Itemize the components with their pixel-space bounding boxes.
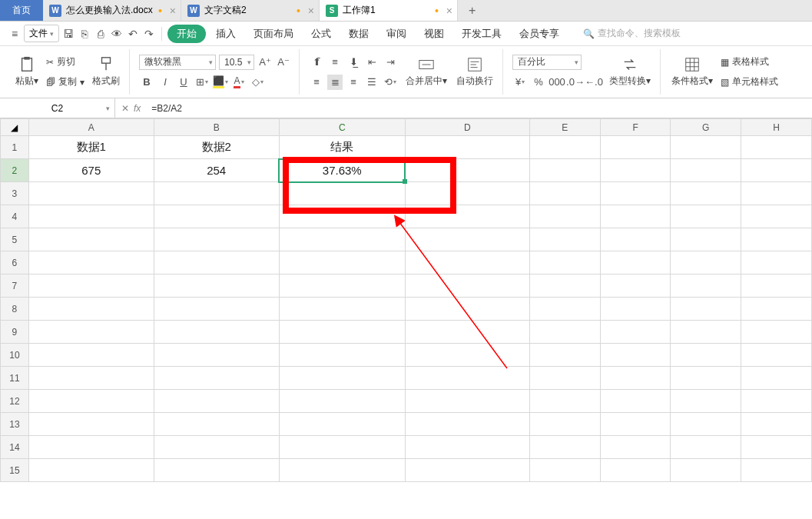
- cut-button[interactable]: ✂剪切: [46, 54, 85, 71]
- paste-button[interactable]: 粘贴▾: [11, 49, 43, 95]
- print-icon[interactable]: ⎙: [94, 27, 108, 41]
- orientation-button[interactable]: ⟲: [383, 75, 398, 90]
- save-icon[interactable]: 🖫: [61, 27, 75, 41]
- currency-button[interactable]: ¥: [512, 75, 528, 90]
- col-F[interactable]: F: [600, 119, 671, 136]
- cell-B1[interactable]: 数据2: [154, 136, 279, 159]
- align-center-button[interactable]: ≣: [327, 75, 343, 90]
- merge-center-button[interactable]: 合并居中▾: [401, 49, 452, 95]
- menu-member[interactable]: 会员专享: [512, 24, 567, 44]
- cancel-formula-icon[interactable]: ✕: [121, 103, 129, 114]
- cell-H1[interactable]: [741, 136, 812, 159]
- font-select[interactable]: 微软雅黑: [139, 55, 216, 70]
- menu-view[interactable]: 视图: [416, 24, 452, 44]
- col-B[interactable]: B: [154, 119, 279, 136]
- menu-review[interactable]: 审阅: [379, 24, 414, 44]
- underline-button[interactable]: U: [176, 75, 191, 90]
- copy-button[interactable]: 🗐复制▾: [46, 74, 85, 91]
- row-3[interactable]: 3: [1, 182, 29, 205]
- align-top-button[interactable]: ⬆̄: [309, 55, 324, 70]
- cell-D2[interactable]: [405, 159, 529, 182]
- comma-button[interactable]: 000: [549, 75, 565, 90]
- cell-B2[interactable]: 254: [154, 159, 279, 182]
- row-4[interactable]: 4: [1, 205, 29, 228]
- cell-A1[interactable]: 数据1: [28, 136, 154, 159]
- font-grow-button[interactable]: A⁺: [257, 55, 273, 70]
- align-middle-button[interactable]: ≡: [327, 55, 343, 70]
- row-8[interactable]: 8: [1, 298, 29, 321]
- cell-H2[interactable]: [741, 159, 812, 182]
- cell-F1[interactable]: [600, 136, 671, 159]
- tab-doc3-active[interactable]: S 工作簿1 • ×: [320, 0, 458, 21]
- font-size-select[interactable]: 10.5: [219, 55, 254, 70]
- border-button[interactable]: ⊞: [194, 75, 210, 90]
- close-icon[interactable]: ×: [170, 5, 176, 17]
- select-all-corner[interactable]: ◢: [1, 119, 29, 136]
- cell-C1[interactable]: 结果: [279, 136, 405, 159]
- tab-home[interactable]: 首页: [0, 0, 43, 21]
- align-right-button[interactable]: ≡: [346, 75, 361, 90]
- menu-start[interactable]: 开始: [167, 25, 206, 43]
- cell-F2[interactable]: [600, 159, 671, 182]
- redo-icon[interactable]: ↷: [142, 27, 156, 41]
- clear-format-button[interactable]: ◇: [250, 75, 265, 90]
- tab-doc2[interactable]: W 文字文稿2 • ×: [181, 0, 320, 21]
- fill-color-button[interactable]: ⬛: [213, 75, 228, 90]
- font-shrink-button[interactable]: A⁻: [276, 55, 291, 70]
- col-E[interactable]: E: [529, 119, 600, 136]
- menu-data[interactable]: 数据: [341, 24, 376, 44]
- spreadsheet-grid[interactable]: ◢ A B C D E F G H 1 数据1 数据2 结果 2 675 254…: [0, 118, 812, 482]
- cell-D1[interactable]: [405, 136, 529, 159]
- cond-format-button[interactable]: 条件格式▾: [667, 49, 718, 95]
- align-justify-button[interactable]: ☰: [364, 75, 379, 90]
- percent-button[interactable]: %: [531, 75, 546, 90]
- col-A[interactable]: A: [28, 119, 154, 136]
- formula-input[interactable]: =B2/A2: [147, 102, 812, 114]
- close-icon[interactable]: ×: [308, 5, 314, 17]
- menu-insert[interactable]: 插入: [208, 24, 244, 44]
- number-format-select[interactable]: 百分比: [512, 55, 582, 70]
- hamburger-icon[interactable]: ≡: [8, 27, 22, 41]
- cell-A2[interactable]: 675: [28, 159, 154, 182]
- new-tab-button[interactable]: +: [458, 0, 486, 21]
- print-preview-icon[interactable]: 👁: [110, 27, 124, 41]
- row-12[interactable]: 12: [1, 390, 29, 413]
- row-2[interactable]: 2: [1, 159, 29, 182]
- bold-button[interactable]: B: [139, 75, 154, 90]
- save-as-icon[interactable]: ⎘: [78, 27, 91, 41]
- increase-decimal-button[interactable]: .0→: [568, 75, 583, 90]
- indent-increase-button[interactable]: ⇥: [383, 55, 398, 70]
- row-9[interactable]: 9: [1, 321, 29, 344]
- row-13[interactable]: 13: [1, 413, 29, 436]
- close-icon[interactable]: ×: [446, 5, 452, 17]
- cell-G2[interactable]: [671, 159, 741, 182]
- align-bottom-button[interactable]: ⬇̲: [346, 55, 361, 70]
- col-C[interactable]: C: [279, 119, 405, 136]
- row-7[interactable]: 7: [1, 274, 29, 298]
- col-G[interactable]: G: [671, 119, 741, 136]
- cell-E1[interactable]: [529, 136, 600, 159]
- formatpainter-button[interactable]: 格式刷: [88, 49, 124, 95]
- menu-pagelayout[interactable]: 页面布局: [246, 24, 301, 44]
- cell-G1[interactable]: [671, 136, 741, 159]
- cell-E2[interactable]: [529, 159, 600, 182]
- wrap-text-button[interactable]: 自动换行: [452, 49, 498, 95]
- decrease-decimal-button[interactable]: ←.0: [586, 75, 602, 90]
- row-6[interactable]: 6: [1, 251, 29, 274]
- undo-icon[interactable]: ↶: [126, 27, 140, 41]
- font-color-button[interactable]: A: [231, 75, 247, 90]
- cell-style-button[interactable]: ▧单元格样式: [721, 74, 778, 91]
- row-1[interactable]: 1: [1, 136, 29, 159]
- file-menu[interactable]: 文件▾: [24, 25, 59, 42]
- italic-button[interactable]: I: [157, 75, 173, 90]
- row-15[interactable]: 15: [1, 459, 29, 482]
- align-left-button[interactable]: ≡: [309, 75, 324, 90]
- indent-decrease-button[interactable]: ⇤: [364, 55, 379, 70]
- cell-C2-selected[interactable]: 37.63%: [279, 159, 405, 182]
- search-box[interactable]: 🔍 查找命令、搜索模板: [583, 27, 681, 40]
- col-D[interactable]: D: [405, 119, 529, 136]
- fx-icon[interactable]: fx: [134, 103, 141, 114]
- col-H[interactable]: H: [741, 119, 812, 136]
- row-11[interactable]: 11: [1, 367, 29, 390]
- menu-devtools[interactable]: 开发工具: [454, 24, 509, 44]
